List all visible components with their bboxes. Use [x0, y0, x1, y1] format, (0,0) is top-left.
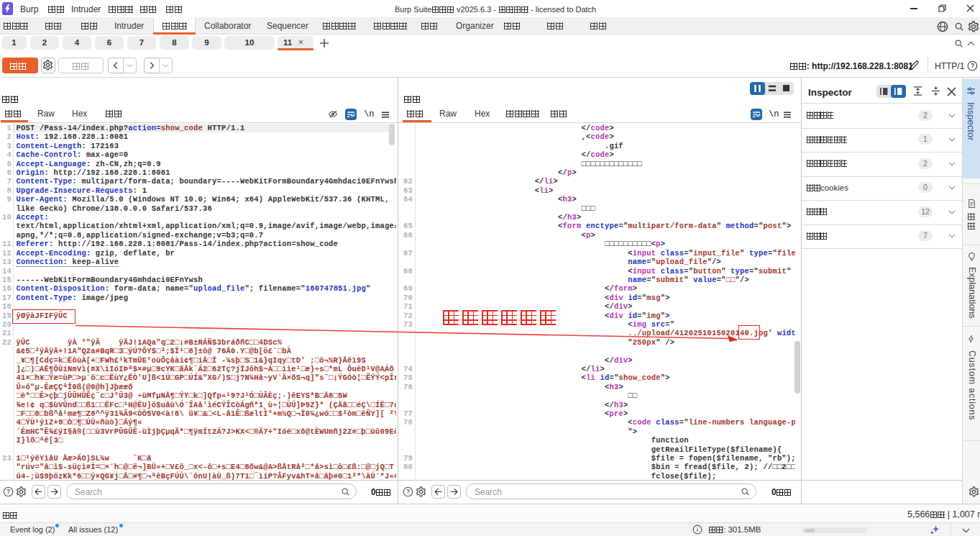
svg-text:?: ? [971, 62, 974, 69]
svg-text:?: ? [406, 488, 410, 495]
svg-text:?: ? [6, 488, 10, 495]
